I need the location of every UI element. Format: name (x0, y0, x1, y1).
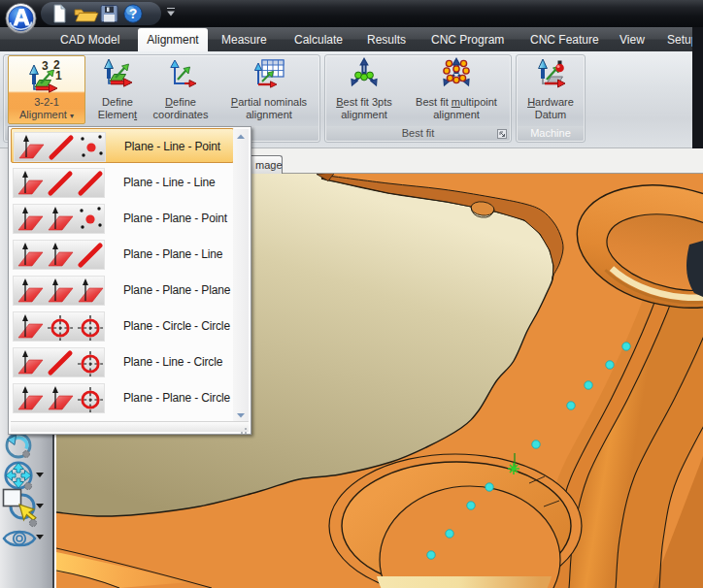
svg-text:1: 1 (55, 69, 62, 82)
svg-text:3: 3 (42, 59, 49, 73)
svg-text:?: ? (129, 6, 138, 21)
